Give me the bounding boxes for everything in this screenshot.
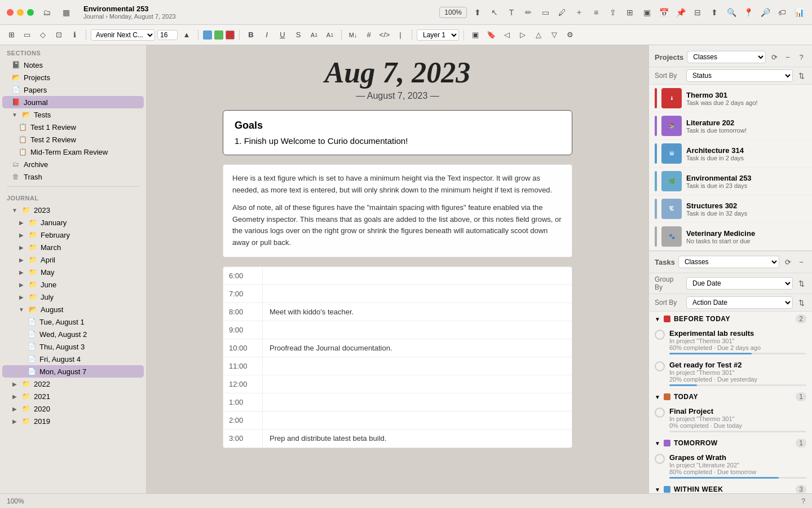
pipe-button[interactable]: | (394, 28, 407, 42)
share2-icon[interactable]: ⇪ (607, 6, 619, 19)
font-selector[interactable]: Avenir Next C... (91, 29, 155, 41)
arrow-left-icon[interactable]: ◁ (500, 28, 514, 42)
up-icon[interactable]: △ (532, 28, 545, 42)
style-icon[interactable]: ◇ (36, 28, 50, 42)
layer-selector[interactable]: Layer 1 (417, 29, 459, 41)
shape-icon[interactable]: ▭ (539, 6, 551, 19)
tree-2022[interactable]: ▶ 📁 2022 (2, 378, 144, 390)
upload-icon[interactable]: ⬆ (708, 6, 721, 19)
tree-april[interactable]: ▶ 📁 April (2, 253, 144, 266)
hash-button[interactable]: # (362, 28, 376, 42)
tree-march[interactable]: ▶ 📁 March (2, 241, 144, 253)
sidebar-item-notes[interactable]: 📓 Notes (2, 59, 144, 71)
pin2-icon[interactable]: 📍 (742, 6, 754, 19)
superscript-button[interactable]: A1 (307, 28, 321, 42)
graph-icon[interactable]: 📊 (793, 6, 805, 19)
toggle-february[interactable]: ▶ (18, 231, 25, 238)
underline-button[interactable]: U (276, 28, 289, 42)
tree-2019[interactable]: ▶ 📁 2019 (2, 415, 144, 427)
color-red[interactable] (226, 30, 235, 40)
sidebar-toggle-icon[interactable]: ▦ (60, 6, 72, 19)
tree-february[interactable]: ▶ 📁 February (2, 229, 144, 241)
project-literature[interactable]: 📚 Literature 202 Task is due tomorrow! (649, 112, 812, 140)
tree-january[interactable]: ▶ 📁 January (2, 216, 144, 229)
toggle-may[interactable]: ▶ (18, 269, 25, 275)
text-icon[interactable]: T (505, 6, 518, 19)
tree-2023[interactable]: ▼ 📁 2023 (2, 204, 144, 216)
list-icon[interactable]: ≡ (590, 6, 602, 19)
tasks-minus-icon[interactable]: − (796, 257, 806, 267)
task-circle-3[interactable] (655, 408, 665, 418)
section-before-today[interactable]: ▼ BEFORE TODAY 2 (649, 312, 812, 326)
toggle-2019[interactable]: ▶ (11, 418, 18, 424)
section-today[interactable]: ▼ TODAY 1 (649, 389, 812, 404)
calendar-icon[interactable]: 📅 (657, 6, 670, 19)
sidebar-item-papers[interactable]: 📄 Papers (2, 84, 144, 96)
maximize-button[interactable] (27, 9, 34, 16)
toggle-2023[interactable]: ▼ (11, 207, 18, 213)
sidebar-item-test2[interactable]: 📋 Test 2 Review (2, 133, 144, 146)
sidebar-item-archive[interactable]: 🗂 Archive (2, 158, 144, 170)
projects-dropdown[interactable]: Classes (687, 51, 766, 63)
toggle-2022[interactable]: ▶ (11, 380, 18, 387)
tree-2020[interactable]: ▶ 📁 2020 (2, 402, 144, 415)
tree-2021[interactable]: ▶ 📁 2021 (2, 390, 144, 402)
subscript-button[interactable]: A1 (323, 28, 337, 42)
toggle-april[interactable]: ▶ (18, 256, 25, 263)
sidebar-item-tests[interactable]: ▼ 📂 Tests (2, 108, 144, 121)
layout-icon[interactable]: ⊞ (5, 28, 18, 42)
notes-box[interactable]: Here is a text figure which is set to ha… (223, 164, 572, 257)
border-icon[interactable]: ▭ (20, 28, 34, 42)
tag-icon[interactable]: 🏷 (776, 6, 788, 19)
file-icon[interactable]: 🗂 (41, 6, 53, 19)
tree-july[interactable]: ▶ 📁 July (2, 291, 144, 303)
toggle-march[interactable]: ▶ (18, 244, 25, 251)
tree-may[interactable]: ▶ 📁 May (2, 266, 144, 278)
toggle-2021[interactable]: ▶ (11, 393, 18, 400)
bold-button[interactable]: B (244, 28, 258, 42)
sidebar-item-midterm[interactable]: 📋 Mid-Term Exam Review (2, 146, 144, 158)
lock-icon[interactable]: ⊡ (52, 28, 65, 42)
pencil-icon[interactable]: 🖊 (556, 6, 568, 19)
tree-aug1[interactable]: 📄 Tue, August 1 (2, 316, 144, 328)
markdown-button[interactable]: M↓ (346, 28, 360, 42)
group-sort-arrow[interactable]: ⇅ (796, 278, 806, 288)
toggle-august[interactable]: ▼ (18, 306, 25, 313)
color-green[interactable] (214, 30, 223, 40)
search-icon[interactable]: 🔍 (725, 6, 738, 19)
toggle-january[interactable]: ▶ (18, 219, 25, 226)
projects-refresh-icon[interactable]: ⟳ (769, 52, 779, 62)
card-icon[interactable]: ▣ (641, 6, 653, 19)
task-circle-1[interactable] (655, 330, 665, 340)
settings-icon[interactable]: ⚙ (563, 28, 577, 42)
tree-aug4[interactable]: 📄 Fri, August 4 (2, 353, 144, 365)
projects-minus-icon[interactable]: − (783, 52, 793, 62)
pen-icon[interactable]: ✏ (522, 6, 535, 19)
task-circle-2[interactable] (655, 361, 665, 371)
group-by-dropdown[interactable]: Due Date (686, 277, 793, 290)
tests-toggle[interactable]: ▼ (11, 111, 18, 118)
project-architecture[interactable]: 🏛 Architecture 314 Task is due in 2 days (649, 140, 812, 168)
tree-aug2[interactable]: 📄 Wed, August 2 (2, 328, 144, 340)
section-within-week[interactable]: ▼ WITHIN WEEK 3 (649, 482, 812, 493)
task-grapes[interactable]: Grapes of Wrath In project "Literature 2… (649, 450, 812, 482)
sidebar-item-test1[interactable]: 📋 Test 1 Review (2, 121, 144, 133)
tree-aug7[interactable]: 📄 Mon, August 7 (2, 365, 144, 378)
view-toggle1[interactable]: ▣ (469, 28, 482, 42)
task-exp-lab[interactable]: Experimental lab results In project "The… (649, 326, 812, 358)
project-thermo[interactable]: 🌡 Thermo 301 Task was due 2 days ago! (649, 85, 812, 112)
grid-icon[interactable]: ⊟ (691, 6, 704, 19)
project-veterinary[interactable]: 🐾 Veterinary Medicine No tasks to start … (649, 223, 812, 251)
code-button[interactable]: </> (378, 28, 391, 42)
color-blue[interactable] (203, 30, 212, 40)
cursor-icon[interactable]: ↖ (488, 6, 501, 19)
close-button[interactable] (7, 9, 14, 16)
toggle-2020[interactable]: ▶ (11, 405, 18, 412)
tasks-sort-arrow[interactable]: ⇅ (796, 297, 806, 308)
down-icon[interactable]: ▽ (548, 28, 561, 42)
statusbar-help[interactable]: ? (801, 497, 805, 505)
tasks-refresh-icon[interactable]: ⟳ (783, 257, 793, 267)
projects-sort-dropdown[interactable]: Status (686, 69, 793, 82)
tree-june[interactable]: ▶ 📁 June (2, 278, 144, 291)
task-test2[interactable]: Get ready for Test #2 In project "Thermo… (649, 358, 812, 389)
